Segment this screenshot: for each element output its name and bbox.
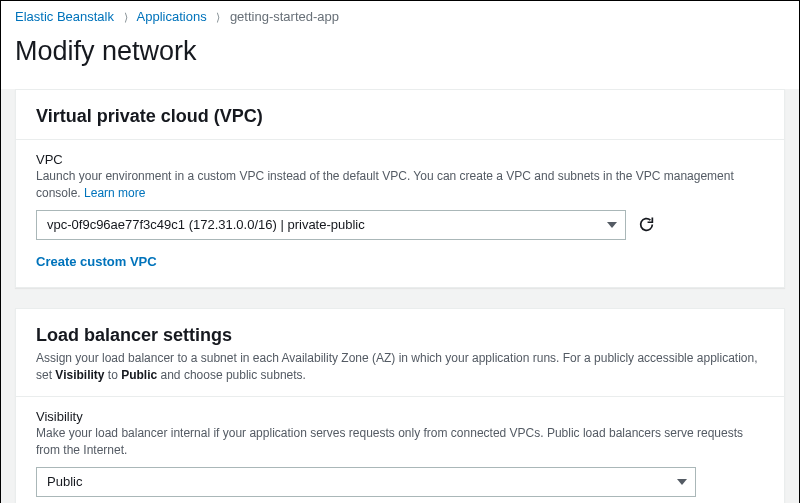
breadcrumb-link-applications[interactable]: Applications: [137, 9, 207, 24]
refresh-button[interactable]: [636, 215, 656, 235]
visibility-desc: Make your load balancer internal if your…: [36, 425, 764, 459]
caret-down-icon: [607, 222, 617, 228]
visibility-select-value: Public: [47, 474, 82, 489]
lb-panel-desc: Assign your load balancer to a subnet in…: [36, 350, 764, 385]
load-balancer-panel: Load balancer settings Assign your load …: [15, 308, 785, 503]
lb-panel-title: Load balancer settings: [36, 325, 764, 346]
vpc-select[interactable]: vpc-0f9c96ae77f3c49c1 (172.31.0.0/16) | …: [36, 210, 626, 240]
vpc-select-value: vpc-0f9c96ae77f3c49c1 (172.31.0.0/16) | …: [47, 217, 365, 232]
visibility-label: Visibility: [36, 409, 764, 424]
vpc-panel-title: Virtual private cloud (VPC): [36, 106, 764, 127]
refresh-icon: [638, 216, 655, 233]
vpc-field-label: VPC: [36, 152, 764, 167]
chevron-right-icon: ⟩: [216, 11, 220, 23]
page-title: Modify network: [1, 28, 799, 89]
breadcrumb-link-beanstalk[interactable]: Elastic Beanstalk: [15, 9, 114, 24]
vpc-field-desc: Launch your environment in a custom VPC …: [36, 168, 764, 202]
caret-down-icon: [677, 479, 687, 485]
breadcrumb-current: getting-started-app: [230, 9, 339, 24]
vpc-learn-more-link[interactable]: Learn more: [84, 186, 145, 200]
visibility-select[interactable]: Public: [36, 467, 696, 497]
create-custom-vpc-link[interactable]: Create custom VPC: [36, 254, 157, 269]
vpc-panel: Virtual private cloud (VPC) VPC Launch y…: [15, 89, 785, 288]
breadcrumb: Elastic Beanstalk ⟩ Applications ⟩ getti…: [1, 1, 799, 28]
chevron-right-icon: ⟩: [124, 11, 128, 23]
